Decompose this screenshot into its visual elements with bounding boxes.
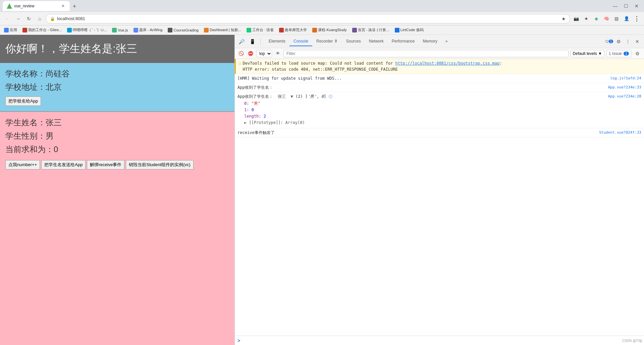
maximize-button[interactable]: ☐ bbox=[621, 1, 631, 11]
student-name-display: 学生姓名：张三 bbox=[5, 117, 229, 128]
console-settings-icon[interactable]: ⚙ bbox=[633, 50, 641, 58]
issues-badge[interactable]: 1 Issue: 1 bbox=[606, 50, 631, 57]
nav-bar: ← → ↻ ⌂ 🔒 localhost:8081 ★ 📷 ★ ◆ 🧠 ▧ 👤 ⋮ bbox=[0, 12, 644, 25]
bookmark-label: 题库 - AcWing bbox=[139, 27, 163, 32]
btn-number-increment[interactable]: 点我number++ bbox=[5, 160, 40, 169]
source-map-link[interactable]: http://localhost:8081/css/bootstrap.css.… bbox=[395, 61, 500, 66]
address-bar[interactable]: 🔒 localhost:8081 ★ bbox=[46, 14, 570, 23]
console-source-name1[interactable]: App.vue?234e:33 bbox=[608, 85, 641, 89]
school-addr-display: 学校地址：北京 bbox=[5, 82, 229, 92]
tab-close-button[interactable]: ✕ bbox=[60, 3, 66, 9]
tab-console[interactable]: Console bbox=[289, 37, 312, 46]
bookmark-coursegrading[interactable]: CourseGrading bbox=[166, 27, 200, 33]
tab-performance[interactable]: Performance bbox=[388, 37, 419, 46]
bookmark-label: CourseGrading bbox=[173, 28, 199, 32]
bookmark-zhixin[interactable]: Dashboard | 知新... bbox=[203, 27, 243, 33]
app-pane: 你好啊！，学生姓名是:张三 学校名称：尚硅谷 学校地址：北京 把学校名给App … bbox=[0, 35, 235, 345]
bookmark-manager-icon[interactable]: ★ bbox=[582, 14, 591, 23]
prompt-caret-icon: > bbox=[237, 338, 240, 343]
minimize-button[interactable]: — bbox=[610, 1, 620, 11]
student-gender-label: 学生性别： bbox=[5, 131, 46, 140]
tab-network[interactable]: Network bbox=[365, 37, 388, 46]
bookmark-yuque[interactable]: 工作台 · 语雀 bbox=[245, 27, 275, 33]
bookmark-acwing[interactable]: 题库 - AcWing bbox=[132, 27, 164, 33]
clear-console-button[interactable]: 🚫 bbox=[237, 50, 245, 57]
bookmark-apps[interactable]: 应用 bbox=[3, 27, 18, 33]
back-button[interactable]: ← bbox=[3, 14, 12, 23]
console-filter-input[interactable] bbox=[283, 50, 569, 57]
school-section: 学校名称：尚硅谷 学校地址：北京 把学校名给App bbox=[0, 63, 234, 112]
tab-sources[interactable]: Sources bbox=[342, 37, 365, 46]
eye-icon[interactable]: 👁 bbox=[274, 50, 281, 57]
bookmark-bilibili[interactable]: 哔哩哔哩（ ' - '）∪... bbox=[66, 27, 108, 33]
forward-button[interactable]: → bbox=[13, 14, 23, 23]
tree-expand-arrow[interactable]: ▼ bbox=[291, 94, 293, 99]
pause-exceptions-button[interactable]: ⛔ bbox=[247, 50, 254, 57]
console-source-hmr[interactable]: log.js?1afd:24 bbox=[610, 76, 641, 80]
tree-info-icon[interactable]: ⓘ bbox=[329, 94, 332, 99]
bookmark-label: Dashboard | 知新... bbox=[210, 27, 241, 32]
issues-count: 1 bbox=[624, 52, 629, 56]
screen-share-icon[interactable]: 📷 bbox=[572, 14, 581, 23]
extensions-icon[interactable]: 🧠 bbox=[602, 14, 611, 23]
bookmark-label: 课程-KuangStudy bbox=[318, 27, 347, 32]
bookmark-label: 首页 - 洛谷 | 计算... bbox=[358, 27, 389, 32]
apps-icon bbox=[4, 28, 9, 32]
devtools-device-icon[interactable]: 📱 bbox=[248, 38, 256, 46]
console-prompt[interactable]: > bbox=[235, 336, 644, 345]
qfnu-icon bbox=[279, 28, 284, 32]
context-selector[interactable]: top bbox=[256, 50, 272, 57]
yuque-icon bbox=[247, 28, 251, 32]
vuejs-devtools-icon[interactable]: ◆ bbox=[592, 14, 601, 23]
bookmark-qfnu[interactable]: 曲阜师范大学 bbox=[278, 27, 308, 33]
tree-item-0: 0: "男" bbox=[244, 100, 607, 107]
devtools-settings-icon[interactable]: ⚙ bbox=[614, 38, 623, 46]
btn-send-name[interactable]: 把学生名发送给App bbox=[41, 160, 86, 169]
menu-button[interactable]: ⋮ bbox=[632, 14, 641, 23]
btn-destroy-component[interactable]: 销毁当前Student组件的实例(vc) bbox=[126, 160, 193, 169]
school-addr-value: 北京 bbox=[46, 82, 62, 91]
devtools-messages-badge[interactable]: 🗨 1 bbox=[605, 38, 613, 46]
tab-more[interactable]: » bbox=[441, 37, 452, 46]
lintcode-icon bbox=[395, 28, 399, 32]
devtools-more-icon[interactable]: ⋮ bbox=[624, 38, 632, 46]
bookmark-vuejs[interactable]: Vue.js bbox=[111, 27, 129, 33]
new-tab-button[interactable]: + bbox=[70, 2, 79, 11]
devtools-inspect-icon[interactable]: 🔎 bbox=[237, 38, 246, 46]
bookmark-lintcode[interactable]: LintCode 炼码 bbox=[393, 27, 425, 33]
gitee-icon bbox=[22, 28, 27, 32]
issues-label: 1 Issue: bbox=[609, 51, 623, 56]
bookmark-luogu[interactable]: 首页 - 洛谷 | 计算... bbox=[351, 27, 391, 33]
nav-right-icons: 📷 ★ ◆ 🧠 ▧ 👤 ⋮ bbox=[572, 14, 641, 23]
console-source-receive[interactable]: Student.vue?824f:33 bbox=[599, 130, 641, 135]
app-header: 你好啊！，学生姓名是:张三 bbox=[0, 35, 234, 63]
coursegrading-icon bbox=[168, 28, 172, 32]
prototype-expand[interactable]: ► bbox=[244, 120, 247, 125]
btn-unbind-event[interactable]: 解绑receive事件 bbox=[87, 160, 124, 169]
tab-recorder[interactable]: Recorder 🎙 bbox=[312, 37, 342, 46]
bookmark-label: Vue.js bbox=[118, 28, 128, 32]
console-source-name2[interactable]: App.vue?234e:28 bbox=[608, 94, 641, 98]
tab-memory[interactable]: Memory bbox=[419, 37, 441, 46]
tab-elements[interactable]: Elements bbox=[265, 37, 289, 46]
refresh-button[interactable]: ↻ bbox=[24, 14, 34, 23]
home-button[interactable]: ⌂ bbox=[35, 14, 44, 23]
console-output: ⚠ DevTools failed to load source map: Co… bbox=[235, 59, 644, 336]
profile-icon[interactable]: 👤 bbox=[622, 14, 631, 23]
school-addr-label: 学校地址： bbox=[5, 82, 46, 91]
bookmark-kuangstudy[interactable]: 课程-KuangStudy bbox=[311, 27, 348, 33]
bookmark-star-icon[interactable]: ★ bbox=[561, 16, 566, 21]
split-screen-icon[interactable]: ▧ bbox=[612, 14, 621, 23]
bookmark-gitee[interactable]: 我的工作台 - Gitee... bbox=[21, 27, 63, 33]
browser-tab[interactable]: vue_review ✕ bbox=[3, 1, 70, 11]
console-entry-warning: ⚠ DevTools failed to load source map: Co… bbox=[235, 59, 644, 74]
default-levels-button[interactable]: Default levels ▼ bbox=[571, 50, 604, 57]
devtools-close-icon[interactable]: ✕ bbox=[633, 38, 641, 46]
student-sum-value: 0 bbox=[54, 145, 58, 154]
student-buttons: 点我number++ 把学生名发送给App 解绑receive事件 销毁当前St… bbox=[5, 160, 229, 169]
close-button[interactable]: ✕ bbox=[632, 1, 641, 11]
console-entry-name1: App收到了学生名： App.vue?234e:33 bbox=[235, 83, 644, 92]
console-msg-name1: App收到了学生名： bbox=[237, 84, 607, 90]
devtools-toolbar: 🔎 📱 Elements Console Recorder 🎙 Sources … bbox=[235, 35, 644, 48]
btn-school-to-app[interactable]: 把学校名给App bbox=[5, 96, 41, 106]
